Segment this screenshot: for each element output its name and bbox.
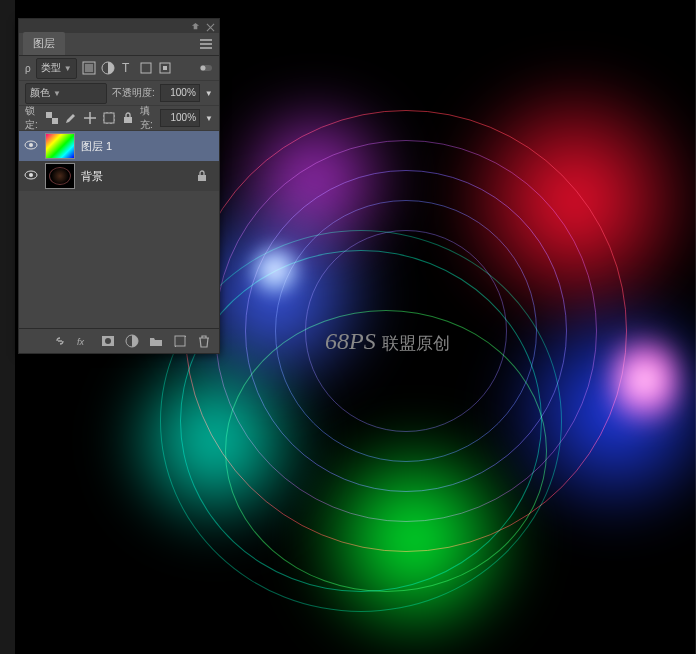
svg-rect-12 [124,117,132,123]
lock-position-icon[interactable] [83,111,97,125]
layers-list: 图层 1 背景 [19,131,219,191]
lock-icon[interactable] [195,169,209,183]
svg-point-16 [29,173,33,177]
svg-text:fx: fx [77,337,85,347]
chevron-down-icon[interactable]: ▼ [205,89,213,98]
svg-rect-22 [175,336,185,346]
lock-brush-icon[interactable] [64,111,78,125]
svg-point-20 [105,338,111,344]
fill-label: 填充: [140,104,155,132]
layer-name[interactable]: 图层 1 [81,139,112,154]
lock-row: 锁定: 填充: 100% ▼ [19,106,219,131]
svg-text:T: T [122,61,130,75]
close-icon[interactable] [206,22,215,31]
filter-kind-select[interactable]: 类型▼ [36,58,77,79]
svg-rect-4 [141,63,151,73]
layers-panel: 图层 ρ 类型▼ T 颜色▼ 不透明度: 100% ▼ 锁定: 填充: 100%… [18,18,220,354]
filter-toggle-icon[interactable] [199,61,213,75]
visibility-icon[interactable] [23,140,39,152]
filter-row: ρ 类型▼ T [19,56,219,81]
layer-row[interactable]: 背景 [19,161,219,191]
svg-rect-10 [52,118,58,124]
lock-label: 锁定: [25,104,40,132]
svg-rect-11 [104,113,114,123]
opacity-label: 不透明度: [112,86,155,100]
panel-menu-icon[interactable] [199,37,213,51]
mask-icon[interactable] [101,334,115,348]
filter-adjustment-icon[interactable] [101,61,115,75]
link-icon[interactable] [53,334,67,348]
opacity-value[interactable]: 100% [160,84,200,102]
blend-row: 颜色▼ 不透明度: 100% ▼ [19,81,219,106]
layer-row[interactable]: 图层 1 [19,131,219,161]
search-icon: ρ [25,63,31,74]
filter-type-icon[interactable]: T [120,61,134,75]
layer-name[interactable]: 背景 [81,169,103,184]
svg-rect-9 [46,112,52,118]
panel-tabs: 图层 [19,33,219,56]
tab-layers[interactable]: 图层 [23,32,65,55]
svg-rect-6 [163,66,167,70]
new-layer-icon[interactable] [173,334,187,348]
layer-thumbnail[interactable] [45,163,75,189]
svg-rect-1 [85,64,93,72]
blend-mode-select[interactable]: 颜色▼ [25,83,107,104]
filter-pixel-icon[interactable] [82,61,96,75]
group-icon[interactable] [149,334,163,348]
adjustment-icon[interactable] [125,334,139,348]
chevron-down-icon: ▼ [53,89,61,98]
chevron-down-icon[interactable]: ▼ [205,114,213,123]
trash-icon[interactable] [197,334,211,348]
svg-point-14 [29,143,33,147]
visibility-icon[interactable] [23,170,39,182]
collapse-icon[interactable] [191,22,200,31]
watermark: 68PS 联盟原创 [325,328,450,355]
filter-smart-icon[interactable] [158,61,172,75]
svg-point-8 [201,66,206,71]
layer-thumbnail[interactable] [45,133,75,159]
lock-all-icon[interactable] [121,111,135,125]
svg-rect-17 [198,175,206,181]
fx-icon[interactable]: fx [77,334,91,348]
panel-footer: fx [19,328,219,353]
lock-artboard-icon[interactable] [102,111,116,125]
panel-titlebar [19,19,219,33]
fill-value[interactable]: 100% [160,109,200,127]
filter-shape-icon[interactable] [139,61,153,75]
lock-transparency-icon[interactable] [45,111,59,125]
chevron-down-icon: ▼ [64,64,72,73]
